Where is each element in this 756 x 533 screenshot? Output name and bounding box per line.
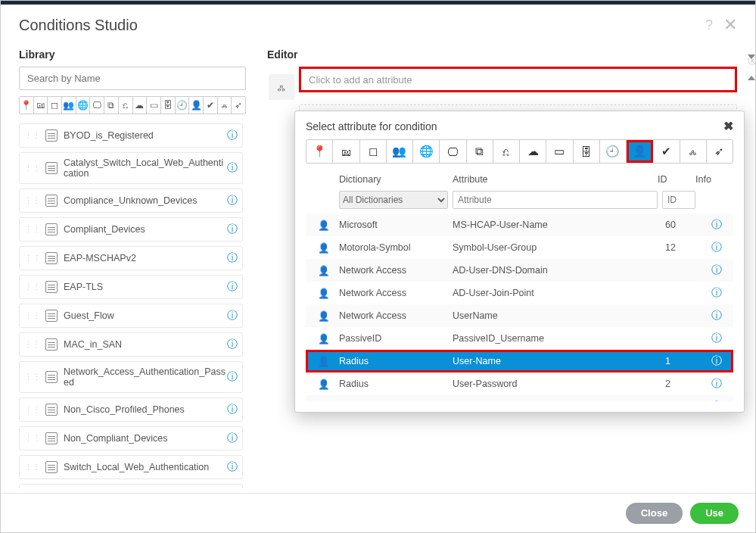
info-icon[interactable]: ⓘ xyxy=(227,251,238,265)
info-icon[interactable]: ⓘ xyxy=(227,223,238,236)
net-icon[interactable]: ☁ xyxy=(133,97,148,114)
card-icon[interactable]: 🖭 xyxy=(34,97,48,114)
square-icon[interactable]: ◻ xyxy=(360,140,387,163)
info-icon[interactable]: ⓘ xyxy=(227,161,238,175)
info-icon[interactable]: ⓘ xyxy=(703,309,730,323)
info-icon[interactable]: ⓘ xyxy=(703,263,730,277)
info-icon[interactable]: ⓘ xyxy=(227,280,238,294)
library-item[interactable]: ⋮⋮EAP-TLSⓘ xyxy=(19,275,243,299)
globe-icon[interactable]: 🌐 xyxy=(413,140,440,163)
attribute-row[interactable]: 👤RuckusRuckus-User-Groups1ⓘ xyxy=(306,395,733,401)
user-icon[interactable]: 👤 xyxy=(627,140,653,163)
wifi-icon[interactable]: ➶ xyxy=(707,140,733,163)
info-icon[interactable]: ⓘ xyxy=(703,377,730,391)
drag-handle-icon[interactable]: ⋮⋮ xyxy=(24,341,41,348)
attribute-filter[interactable] xyxy=(453,191,658,209)
info-icon[interactable]: ⓘ xyxy=(227,194,238,207)
scroll-down-icon[interactable] xyxy=(745,48,756,485)
attribute-input[interactable]: Click to add an attribute xyxy=(299,67,737,92)
net-icon[interactable]: ☁ xyxy=(520,140,546,163)
attribute-row[interactable]: 👤MicrosoftMS-HCAP-User-Name60ⓘ xyxy=(306,214,733,236)
info-icon[interactable]: ⓘ xyxy=(227,370,238,384)
flow-icon[interactable]: ⎌ xyxy=(493,140,520,163)
window-icon[interactable]: ⧉ xyxy=(467,140,493,163)
tree-icon[interactable]: ஃ xyxy=(680,140,707,163)
device-icon[interactable]: ▭ xyxy=(546,140,573,163)
condition-tree-icon[interactable]: ஃ xyxy=(269,74,294,100)
info-icon[interactable]: ⓘ xyxy=(703,354,730,368)
monitor-icon[interactable]: 🖵 xyxy=(440,140,466,163)
tree-icon[interactable]: ஃ xyxy=(218,97,232,114)
info-icon[interactable]: ⓘ xyxy=(227,460,238,474)
attribute-row[interactable]: 👤Network AccessAD-User-Join-Pointⓘ xyxy=(306,282,733,304)
attribute-row[interactable]: 👤Motorola-SymbolSymbol-User-Group12ⓘ xyxy=(306,236,733,259)
info-icon[interactable]: ⓘ xyxy=(703,241,730,254)
clock-icon[interactable]: 🕘 xyxy=(176,97,190,114)
attribute-row[interactable]: 👤RadiusUser-Name1ⓘ xyxy=(306,350,733,372)
clock-icon[interactable]: 🕘 xyxy=(600,140,627,163)
library-item[interactable]: ⋮⋮Compliance_Unknown_Devicesⓘ xyxy=(19,189,243,213)
window-icon[interactable]: ⧉ xyxy=(104,97,119,114)
device-icon[interactable]: ▭ xyxy=(147,97,161,114)
search-input-wrapper[interactable] xyxy=(19,67,246,90)
shield-icon[interactable]: ✔ xyxy=(653,140,680,163)
server-icon[interactable]: 🗄 xyxy=(161,97,176,114)
drag-handle-icon[interactable]: ⋮⋮ xyxy=(24,283,41,291)
search-input[interactable] xyxy=(26,72,239,85)
id-filter[interactable] xyxy=(662,191,695,209)
info-icon[interactable]: ⓘ xyxy=(703,400,730,401)
attribute-row[interactable]: 👤Network AccessUserNameⓘ xyxy=(306,304,733,327)
globe-icon[interactable]: 🌐 xyxy=(76,97,91,114)
library-item[interactable]: ⋮⋮MAC_in_SANⓘ xyxy=(19,332,243,357)
attribute-row[interactable]: 👤Network AccessAD-User-DNS-Domainⓘ xyxy=(306,259,733,282)
library-item[interactable]: ⋮⋮Network_Access_Authentication_Passedⓘ xyxy=(19,361,243,393)
pin-icon[interactable]: 📍 xyxy=(306,140,333,163)
info-icon[interactable]: ⓘ xyxy=(703,332,730,345)
library-item[interactable]: ⋮⋮BYOD_is_Registeredⓘ xyxy=(19,123,243,148)
info-icon[interactable]: ⓘ xyxy=(703,286,730,300)
drag-handle-icon[interactable]: ⋮⋮ xyxy=(24,406,41,413)
info-icon[interactable]: ⓘ xyxy=(227,432,238,445)
attribute-row[interactable]: 👤RadiusUser-Password2ⓘ xyxy=(306,372,733,395)
group-icon[interactable]: 👥 xyxy=(62,97,76,114)
pin-icon[interactable]: 📍 xyxy=(20,97,34,114)
wifi-icon[interactable]: ➶ xyxy=(232,97,245,114)
help-icon[interactable]: ? xyxy=(705,17,713,33)
info-icon[interactable]: ⓘ xyxy=(703,218,730,232)
library-item[interactable]: ⋮⋮Non_Cisco_Profiled_Phonesⓘ xyxy=(19,397,243,422)
group-icon[interactable]: 👥 xyxy=(387,140,413,163)
info-icon[interactable]: ⓘ xyxy=(227,338,238,351)
info-icon[interactable]: ⓘ xyxy=(227,403,238,416)
library-item[interactable]: ⋮⋮Catalyst_Switch_Local_Web_Authenticati… xyxy=(19,152,243,184)
drag-handle-icon[interactable]: ⋮⋮ xyxy=(24,435,41,442)
monitor-icon[interactable]: 🖵 xyxy=(90,97,104,114)
user-icon[interactable]: 👤 xyxy=(189,97,204,114)
drag-handle-icon[interactable]: ⋮⋮ xyxy=(24,197,41,204)
library-item[interactable]: ⋮⋮Switch_Local_Web_Authenticationⓘ xyxy=(19,455,243,479)
attribute-row[interactable]: 👤PassiveIDPassiveID_Usernameⓘ xyxy=(306,327,733,350)
library-item[interactable]: ⋮⋮EAP-MSCHAPv2ⓘ xyxy=(19,246,243,270)
drag-handle-icon[interactable]: ⋮⋮ xyxy=(24,312,41,319)
drag-handle-icon[interactable]: ⋮⋮ xyxy=(24,132,41,139)
library-item[interactable]: ⋮⋮Switch_Web_Authenticationⓘ xyxy=(19,484,243,488)
library-item[interactable]: ⋮⋮Compliant_Devicesⓘ xyxy=(19,217,243,242)
square-icon[interactable]: ◻ xyxy=(48,97,62,114)
info-icon[interactable]: ⓘ xyxy=(227,309,238,323)
drag-handle-icon[interactable]: ⋮⋮ xyxy=(24,254,41,262)
library-item[interactable]: ⋮⋮Non_Compliant_Devicesⓘ xyxy=(19,426,243,450)
shield-icon[interactable]: ✔ xyxy=(204,97,218,114)
use-button[interactable]: Use xyxy=(690,503,739,524)
flow-icon[interactable]: ⎌ xyxy=(119,97,133,114)
drag-handle-icon[interactable]: ⋮⋮ xyxy=(24,463,41,471)
popup-close-icon[interactable]: ✖ xyxy=(723,119,733,133)
drag-handle-icon[interactable]: ⋮⋮ xyxy=(24,226,41,233)
card-icon[interactable]: 🖭 xyxy=(333,140,359,163)
library-item[interactable]: ⋮⋮Guest_Flowⓘ xyxy=(19,304,243,328)
dictionary-filter[interactable]: All Dictionaries xyxy=(339,191,448,209)
close-button[interactable]: Close xyxy=(626,503,683,524)
drag-handle-icon[interactable]: ⋮⋮ xyxy=(24,373,41,381)
close-icon[interactable]: ✕ xyxy=(723,15,737,35)
server-icon[interactable]: 🗄 xyxy=(574,140,600,163)
info-icon[interactable]: ⓘ xyxy=(227,129,238,142)
drag-handle-icon[interactable]: ⋮⋮ xyxy=(24,164,41,172)
